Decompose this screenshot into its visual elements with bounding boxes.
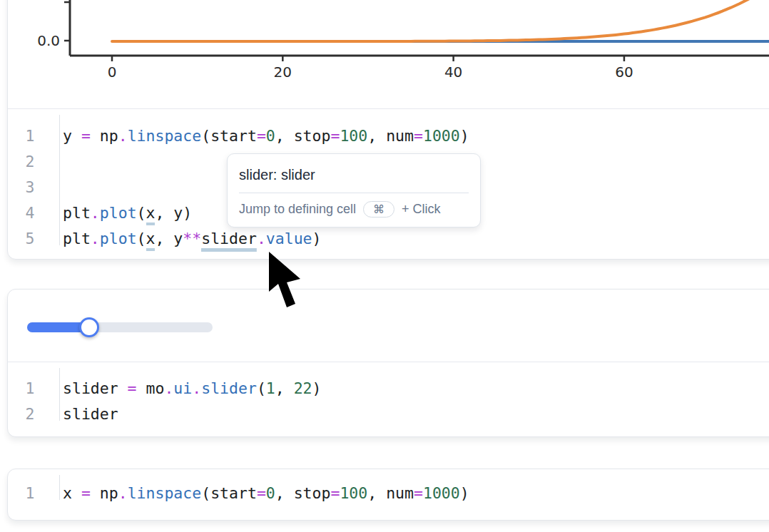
cell-card-slider: 1slider = mo.ui.slider(1, 22)2slider bbox=[7, 289, 769, 437]
code-editor-x[interactable]: 1x = np.linspace(start=0, stop=100, num=… bbox=[8, 469, 769, 506]
slider-thumb[interactable] bbox=[79, 317, 99, 337]
code-token: ) bbox=[460, 127, 469, 145]
code-token: x bbox=[146, 230, 156, 251]
code-editor-slider[interactable]: 1slider = mo.ui.slider(1, 22)2slider bbox=[8, 362, 769, 426]
code-token: ( bbox=[137, 230, 146, 247]
code-token: , stop bbox=[275, 127, 331, 145]
code-token: plt bbox=[63, 230, 91, 247]
code-token: , stop bbox=[275, 484, 331, 502]
code-token: = bbox=[81, 127, 91, 145]
x-tick-label: 20 bbox=[274, 63, 292, 81]
code-token: = bbox=[330, 127, 340, 145]
command-key-badge: ⌘ bbox=[363, 201, 394, 218]
variable-tooltip: slider: slider Jump to defining cell ⌘ +… bbox=[227, 153, 481, 227]
code-token: , num bbox=[367, 127, 414, 145]
code-token: slider bbox=[201, 379, 257, 397]
x-tick-label: 60 bbox=[615, 63, 633, 81]
tooltip-divider bbox=[239, 193, 469, 193]
code-token: . bbox=[164, 379, 173, 397]
line-number: 4 bbox=[8, 204, 52, 222]
code-token: , y) bbox=[155, 204, 192, 222]
code-token: ) bbox=[312, 230, 322, 247]
tooltip-title: slider: slider bbox=[239, 165, 469, 184]
gutter-divider bbox=[59, 368, 60, 421]
command-key-icon: ⌘ bbox=[373, 203, 385, 216]
code-token: = bbox=[128, 379, 137, 397]
code-token: plt bbox=[63, 204, 91, 222]
code-token: ) bbox=[460, 484, 469, 502]
code-token: slider bbox=[201, 230, 257, 252]
code-token: = bbox=[81, 484, 91, 502]
gutter-divider bbox=[59, 475, 60, 500]
tooltip-shortcut-suffix: + Click bbox=[402, 202, 441, 217]
code-line[interactable]: 1slider = mo.ui.slider(1, 22) bbox=[8, 375, 769, 401]
line-number: 1 bbox=[8, 379, 52, 397]
code-token: ( bbox=[137, 204, 146, 222]
gutter-divider bbox=[59, 115, 60, 245]
series-line-orange bbox=[112, 0, 765, 41]
x-tick-label: 0 bbox=[108, 63, 117, 81]
code-token: linspace bbox=[128, 484, 202, 502]
code-token: 1 bbox=[266, 379, 275, 397]
code-token: np bbox=[91, 484, 118, 502]
code-token: = bbox=[257, 484, 266, 502]
code-token: y bbox=[63, 127, 81, 145]
code-token: ui bbox=[173, 379, 192, 397]
code-token: . bbox=[192, 379, 201, 397]
code-token: 1000 bbox=[423, 484, 460, 502]
tooltip-action-label[interactable]: Jump to defining cell bbox=[239, 202, 356, 217]
code-token: , bbox=[275, 379, 294, 397]
code-token: 22 bbox=[294, 379, 312, 397]
code-token: x bbox=[63, 484, 81, 502]
line-number: 2 bbox=[8, 153, 52, 170]
cell-card-x: 1x = np.linspace(start=0, stop=100, num=… bbox=[7, 469, 769, 521]
code-token: . bbox=[257, 230, 266, 247]
code-token: plot bbox=[100, 204, 137, 222]
code-line[interactable]: 5plt.plot(x, y**slider.value) bbox=[8, 225, 769, 251]
code-token: linspace bbox=[128, 127, 202, 145]
code-token: = bbox=[330, 484, 340, 502]
code-token: plot bbox=[100, 230, 137, 247]
code-token: . bbox=[91, 230, 100, 247]
matplotlib-figure-output: 0.00204060 bbox=[0, 0, 769, 108]
code-token: (start bbox=[201, 484, 257, 502]
code-token: 100 bbox=[340, 484, 367, 502]
code-token: 0 bbox=[266, 484, 275, 502]
line-number: 2 bbox=[8, 405, 52, 423]
code-token: = bbox=[414, 127, 423, 145]
code-line[interactable]: 1y = np.linspace(start=0, stop=100, num=… bbox=[8, 123, 769, 148]
code-token: x bbox=[146, 204, 156, 225]
code-token: ) bbox=[312, 379, 322, 397]
line-number: 3 bbox=[8, 178, 52, 196]
code-token: mo bbox=[137, 379, 165, 397]
code-token: ** bbox=[183, 230, 201, 247]
line-number: 1 bbox=[8, 484, 52, 502]
slider-track[interactable] bbox=[27, 322, 213, 332]
code-token: , y bbox=[155, 230, 183, 247]
code-token: (start bbox=[201, 127, 257, 145]
code-line[interactable]: 1x = np.linspace(start=0, stop=100, num=… bbox=[8, 480, 769, 506]
code-line[interactable]: 2slider bbox=[8, 401, 769, 426]
line-number: 1 bbox=[8, 127, 52, 145]
code-token: = bbox=[257, 127, 266, 145]
code-token: ( bbox=[257, 379, 266, 397]
code-token: . bbox=[118, 484, 128, 502]
code-token: 0 bbox=[266, 127, 275, 145]
code-token: 1000 bbox=[423, 127, 460, 145]
code-token: . bbox=[91, 204, 100, 222]
code-token: value bbox=[266, 230, 312, 247]
x-tick-label: 40 bbox=[444, 63, 462, 81]
code-token: = bbox=[414, 484, 423, 502]
code-token: np bbox=[91, 127, 118, 145]
line-number: 5 bbox=[8, 230, 52, 247]
code-token: 100 bbox=[340, 127, 367, 145]
code-token: slider bbox=[63, 405, 118, 423]
code-token: . bbox=[118, 127, 128, 145]
code-token: slider bbox=[63, 379, 128, 397]
code-token: , num bbox=[367, 484, 414, 502]
y-tick-label: 0.0 bbox=[37, 32, 60, 49]
